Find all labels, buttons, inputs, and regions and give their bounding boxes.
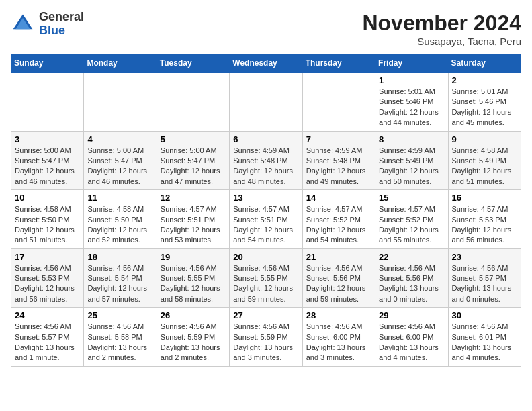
calendar-cell: 7Sunrise: 4:59 AM Sunset: 5:48 PM Daylig… (302, 131, 375, 190)
day-number: 14 (306, 193, 371, 203)
day-number: 4 (87, 134, 152, 144)
calendar-cell: 6Sunrise: 4:59 AM Sunset: 5:48 PM Daylig… (230, 131, 302, 190)
day-number: 27 (233, 310, 298, 320)
calendar-cell: 10Sunrise: 4:58 AM Sunset: 5:50 PM Dayli… (11, 190, 84, 249)
day-number: 18 (87, 252, 152, 262)
day-number: 23 (452, 252, 517, 262)
day-number: 21 (306, 252, 371, 262)
calendar-week-row: 10Sunrise: 4:58 AM Sunset: 5:50 PM Dayli… (11, 190, 521, 249)
calendar-cell (230, 73, 302, 132)
day-number: 26 (161, 310, 226, 320)
calendar-cell: 22Sunrise: 4:56 AM Sunset: 5:56 PM Dayli… (375, 248, 448, 308)
calendar-cell: 13Sunrise: 4:57 AM Sunset: 5:51 PM Dayli… (230, 190, 302, 249)
day-info: Sunrise: 4:58 AM Sunset: 5:49 PM Dayligh… (452, 146, 517, 187)
day-number: 5 (161, 134, 226, 144)
calendar-cell: 23Sunrise: 4:56 AM Sunset: 5:57 PM Dayli… (448, 248, 521, 308)
calendar-cell: 11Sunrise: 4:58 AM Sunset: 5:50 PM Dayli… (84, 190, 157, 249)
day-info: Sunrise: 4:56 AM Sunset: 5:55 PM Dayligh… (161, 263, 226, 305)
day-info: Sunrise: 5:01 AM Sunset: 5:46 PM Dayligh… (379, 87, 444, 128)
day-number: 19 (161, 252, 226, 262)
title-area: November 2024 Susapaya, Tacna, Peru (362, 11, 521, 47)
calendar-cell: 30Sunrise: 4:56 AM Sunset: 6:01 PM Dayli… (448, 308, 521, 367)
calendar-cell: 9Sunrise: 4:58 AM Sunset: 5:49 PM Daylig… (448, 131, 521, 190)
day-of-week-header: Tuesday (157, 54, 229, 73)
logo-general: General (39, 11, 84, 24)
calendar-week-row: 17Sunrise: 4:56 AM Sunset: 5:53 PM Dayli… (11, 248, 521, 308)
logo-icon (11, 12, 35, 36)
calendar-cell: 12Sunrise: 4:57 AM Sunset: 5:51 PM Dayli… (157, 190, 229, 249)
day-info: Sunrise: 4:57 AM Sunset: 5:52 PM Dayligh… (306, 204, 371, 246)
day-info: Sunrise: 4:56 AM Sunset: 5:59 PM Dayligh… (161, 322, 226, 363)
calendar-table: SundayMondayTuesdayWednesdayThursdayFrid… (11, 54, 521, 367)
calendar-header-row: SundayMondayTuesdayWednesdayThursdayFrid… (11, 54, 521, 73)
day-number: 3 (15, 134, 80, 144)
calendar-cell: 29Sunrise: 4:56 AM Sunset: 6:00 PM Dayli… (375, 308, 448, 367)
location: Susapaya, Tacna, Peru (362, 36, 521, 47)
day-of-week-header: Monday (84, 54, 157, 73)
day-number: 29 (379, 310, 444, 320)
day-number: 6 (233, 134, 298, 144)
day-info: Sunrise: 4:57 AM Sunset: 5:51 PM Dayligh… (161, 204, 226, 246)
day-info: Sunrise: 4:59 AM Sunset: 5:49 PM Dayligh… (379, 146, 444, 187)
logo-blue: Blue (39, 24, 84, 38)
calendar-cell: 8Sunrise: 4:59 AM Sunset: 5:49 PM Daylig… (375, 131, 448, 190)
day-number: 17 (15, 252, 80, 262)
day-number: 13 (233, 193, 298, 203)
day-of-week-header: Friday (375, 54, 448, 73)
calendar-cell: 17Sunrise: 4:56 AM Sunset: 5:53 PM Dayli… (11, 248, 84, 308)
page-header: General Blue November 2024 Susapaya, Tac… (11, 11, 521, 47)
day-info: Sunrise: 5:00 AM Sunset: 5:47 PM Dayligh… (87, 146, 152, 187)
calendar-week-row: 24Sunrise: 4:56 AM Sunset: 5:57 PM Dayli… (11, 308, 521, 367)
day-info: Sunrise: 4:56 AM Sunset: 5:57 PM Dayligh… (15, 322, 80, 363)
day-info: Sunrise: 4:59 AM Sunset: 5:48 PM Dayligh… (306, 146, 371, 187)
day-info: Sunrise: 4:57 AM Sunset: 5:53 PM Dayligh… (452, 204, 517, 246)
day-info: Sunrise: 4:58 AM Sunset: 5:50 PM Dayligh… (87, 204, 152, 246)
calendar-week-row: 1Sunrise: 5:01 AM Sunset: 5:46 PM Daylig… (11, 73, 521, 132)
day-info: Sunrise: 4:56 AM Sunset: 6:00 PM Dayligh… (306, 322, 371, 363)
calendar-week-row: 3Sunrise: 5:00 AM Sunset: 5:47 PM Daylig… (11, 131, 521, 190)
day-info: Sunrise: 4:56 AM Sunset: 5:56 PM Dayligh… (306, 263, 371, 305)
day-number: 20 (233, 252, 298, 262)
day-info: Sunrise: 4:59 AM Sunset: 5:48 PM Dayligh… (233, 146, 298, 187)
month-title: November 2024 (362, 11, 521, 36)
day-number: 10 (15, 193, 80, 203)
day-info: Sunrise: 4:56 AM Sunset: 5:57 PM Dayligh… (452, 263, 517, 305)
calendar-cell: 4Sunrise: 5:00 AM Sunset: 5:47 PM Daylig… (84, 131, 157, 190)
calendar-cell: 3Sunrise: 5:00 AM Sunset: 5:47 PM Daylig… (11, 131, 84, 190)
day-number: 12 (161, 193, 226, 203)
day-of-week-header: Sunday (11, 54, 84, 73)
calendar-cell: 28Sunrise: 4:56 AM Sunset: 6:00 PM Dayli… (302, 308, 375, 367)
day-info: Sunrise: 4:56 AM Sunset: 5:59 PM Dayligh… (233, 322, 298, 363)
day-number: 22 (379, 252, 444, 262)
day-number: 25 (87, 310, 152, 320)
calendar-cell: 14Sunrise: 4:57 AM Sunset: 5:52 PM Dayli… (302, 190, 375, 249)
day-of-week-header: Saturday (448, 54, 521, 73)
day-info: Sunrise: 5:01 AM Sunset: 5:46 PM Dayligh… (452, 87, 517, 128)
calendar-cell: 5Sunrise: 5:00 AM Sunset: 5:47 PM Daylig… (157, 131, 229, 190)
calendar-cell: 24Sunrise: 4:56 AM Sunset: 5:57 PM Dayli… (11, 308, 84, 367)
day-info: Sunrise: 4:57 AM Sunset: 5:52 PM Dayligh… (379, 204, 444, 246)
day-info: Sunrise: 5:00 AM Sunset: 5:47 PM Dayligh… (161, 146, 226, 187)
calendar-cell: 21Sunrise: 4:56 AM Sunset: 5:56 PM Dayli… (302, 248, 375, 308)
day-number: 11 (87, 193, 152, 203)
calendar-cell (302, 73, 375, 132)
day-number: 28 (306, 310, 371, 320)
day-info: Sunrise: 4:56 AM Sunset: 5:53 PM Dayligh… (15, 263, 80, 305)
day-number: 2 (452, 75, 517, 85)
day-of-week-header: Wednesday (230, 54, 302, 73)
day-info: Sunrise: 4:56 AM Sunset: 5:55 PM Dayligh… (233, 263, 298, 305)
calendar-cell: 1Sunrise: 5:01 AM Sunset: 5:46 PM Daylig… (375, 73, 448, 132)
day-number: 15 (379, 193, 444, 203)
calendar-cell: 27Sunrise: 4:56 AM Sunset: 5:59 PM Dayli… (230, 308, 302, 367)
day-info: Sunrise: 4:56 AM Sunset: 6:01 PM Dayligh… (452, 322, 517, 363)
day-number: 7 (306, 134, 371, 144)
calendar-cell (11, 73, 84, 132)
day-number: 1 (379, 75, 444, 85)
day-number: 30 (452, 310, 517, 320)
calendar-cell: 16Sunrise: 4:57 AM Sunset: 5:53 PM Dayli… (448, 190, 521, 249)
day-info: Sunrise: 4:56 AM Sunset: 5:54 PM Dayligh… (87, 263, 152, 305)
day-number: 8 (379, 134, 444, 144)
calendar-cell: 19Sunrise: 4:56 AM Sunset: 5:55 PM Dayli… (157, 248, 229, 308)
day-number: 16 (452, 193, 517, 203)
calendar-cell: 25Sunrise: 4:56 AM Sunset: 5:58 PM Dayli… (84, 308, 157, 367)
